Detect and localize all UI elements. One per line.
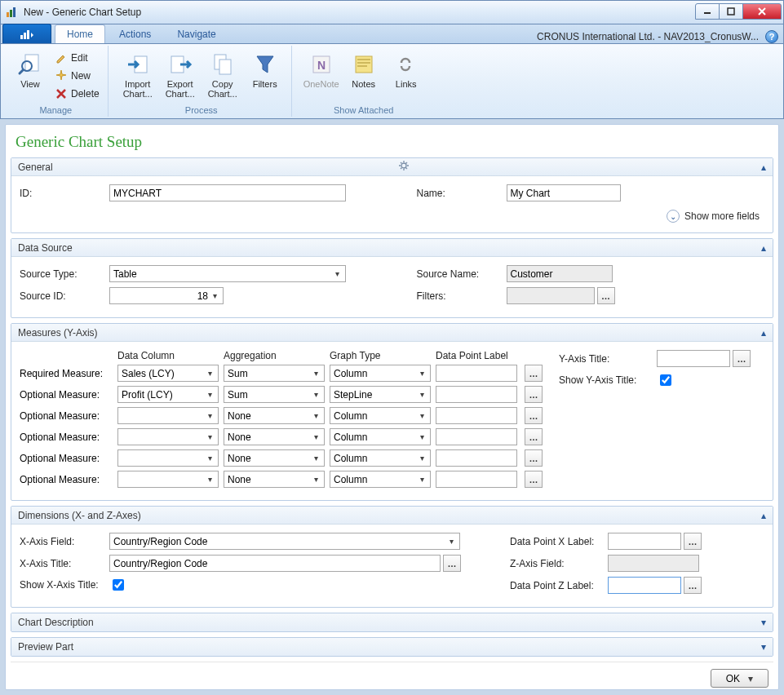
chevron-up-icon[interactable] xyxy=(761,510,766,521)
measure-row: Optional Measure:Profit (LCY)SumStepLine… xyxy=(20,386,543,403)
source-type-dropdown[interactable]: Table xyxy=(109,265,346,282)
maximize-button[interactable] xyxy=(719,3,743,20)
graph-type-dropdown[interactable]: Column xyxy=(330,407,431,424)
source-id-dropdown[interactable]: 18 xyxy=(109,287,224,304)
data-point-label-field[interactable] xyxy=(436,365,517,382)
tab-actions[interactable]: Actions xyxy=(107,24,163,43)
gear-icon[interactable] xyxy=(398,160,410,174)
aggregation-dropdown[interactable]: None xyxy=(224,428,325,445)
data-point-label-ellipsis-button[interactable]: … xyxy=(525,365,543,382)
data-point-label-ellipsis-button[interactable]: … xyxy=(525,471,543,488)
file-menu-button[interactable] xyxy=(2,24,51,43)
dpx-ellipsis-button[interactable]: … xyxy=(684,533,702,550)
aggregation-dropdown[interactable]: Sum xyxy=(224,386,325,403)
funnel-icon xyxy=(252,51,278,77)
tab-navigate[interactable]: Navigate xyxy=(165,24,228,43)
data-point-label-field[interactable] xyxy=(436,449,517,467)
chevron-down-icon[interactable] xyxy=(761,641,766,653)
ok-button[interactable]: OK▾ xyxy=(711,669,768,688)
links-button[interactable]: Links xyxy=(385,49,427,91)
yaxis-title-ellipsis-button[interactable]: … xyxy=(733,350,751,367)
chevron-down-icon xyxy=(310,431,322,443)
data-point-label-field[interactable] xyxy=(436,386,517,403)
data-point-label-ellipsis-button[interactable]: … xyxy=(525,407,543,424)
export-chart-button[interactable]: Export Chart... xyxy=(159,49,202,101)
show-more-fields-button[interactable]: ⌄Show more fields xyxy=(667,210,760,223)
copy-icon xyxy=(210,51,236,77)
tab-home[interactable]: Home xyxy=(55,24,105,43)
xaxis-title-ellipsis-button[interactable]: … xyxy=(443,555,461,572)
graph-type-dropdown[interactable]: Column xyxy=(330,365,431,382)
graph-type-dropdown[interactable]: Column xyxy=(330,471,431,488)
delete-button[interactable]: Delete xyxy=(51,85,103,103)
dpz-field[interactable] xyxy=(608,577,681,594)
data-column-dropdown[interactable] xyxy=(117,471,219,488)
chevron-up-icon[interactable] xyxy=(761,162,766,173)
source-type-label: Source Type: xyxy=(20,268,109,280)
measure-row-label: Optional Measure: xyxy=(20,453,117,464)
xaxis-title-field[interactable] xyxy=(109,555,441,572)
delete-x-icon xyxy=(55,87,68,100)
name-field[interactable] xyxy=(507,184,621,201)
notes-button[interactable]: Notes xyxy=(343,49,385,91)
chevron-up-icon[interactable] xyxy=(761,327,766,339)
onenote-button[interactable]: N OneNote xyxy=(300,49,343,91)
pencil-icon xyxy=(55,51,68,64)
fasttab-datasource: Data Source Source Type: Table Source ID… xyxy=(11,238,773,318)
chevron-down-icon xyxy=(416,367,428,379)
data-column-dropdown[interactable] xyxy=(117,407,219,424)
xaxis-field-dropdown[interactable]: Country/Region Code xyxy=(109,533,460,550)
fasttab-general-header[interactable]: General xyxy=(11,158,773,176)
chevron-down-icon[interactable] xyxy=(761,617,766,628)
aggregation-dropdown[interactable]: None xyxy=(224,471,325,488)
graph-type-dropdown[interactable]: Column xyxy=(330,428,431,445)
fasttab-preview-part-header[interactable]: Preview Part xyxy=(11,638,773,656)
chevron-down-icon xyxy=(310,388,322,401)
filters-button[interactable]: Filters xyxy=(244,49,286,91)
filters-label: Filters: xyxy=(417,290,507,302)
data-point-label-ellipsis-button[interactable]: … xyxy=(525,386,543,403)
data-column-dropdown[interactable] xyxy=(117,428,219,445)
measure-row: Optional Measure:NoneColumn… xyxy=(20,428,543,445)
aggregation-dropdown[interactable]: None xyxy=(224,449,325,467)
close-button[interactable] xyxy=(742,3,782,20)
graph-type-dropdown[interactable]: StepLine xyxy=(330,386,431,403)
fasttab-dimensions-header[interactable]: Dimensions (X- and Z-Axes) xyxy=(11,507,773,525)
aggregation-dropdown[interactable]: Sum xyxy=(224,365,325,382)
data-point-label-ellipsis-button[interactable]: … xyxy=(525,428,543,445)
graph-type-dropdown[interactable]: Column xyxy=(330,449,431,467)
copy-chart-button[interactable]: Copy Chart... xyxy=(202,49,244,101)
help-icon[interactable]: ? xyxy=(765,30,778,43)
edit-button[interactable]: Edit xyxy=(51,49,103,67)
import-chart-button[interactable]: Import Chart... xyxy=(117,49,159,101)
fasttab-datasource-header[interactable]: Data Source xyxy=(11,239,773,257)
chevron-up-icon[interactable] xyxy=(761,242,766,254)
data-point-label-field[interactable] xyxy=(436,428,517,445)
data-column-dropdown[interactable]: Sales (LCY) xyxy=(117,365,219,382)
show-xaxis-title-checkbox[interactable] xyxy=(113,579,124,591)
aggregation-dropdown[interactable]: None xyxy=(224,407,325,424)
new-button[interactable]: New xyxy=(51,67,103,85)
show-yaxis-title-checkbox[interactable] xyxy=(660,374,671,386)
data-column-dropdown[interactable] xyxy=(117,449,219,467)
fasttab-chart-description-header[interactable]: Chart Description xyxy=(11,613,773,631)
id-field[interactable] xyxy=(109,184,346,201)
dpz-ellipsis-button[interactable]: … xyxy=(684,577,702,594)
chevron-down-icon xyxy=(331,268,343,280)
data-point-label-ellipsis-button[interactable]: … xyxy=(525,449,543,467)
data-column-dropdown[interactable]: Profit (LCY) xyxy=(117,386,219,403)
measure-row-label: Optional Measure: xyxy=(20,389,117,401)
data-point-label-field[interactable] xyxy=(436,407,517,424)
yaxis-title-field[interactable] xyxy=(657,350,730,367)
view-button[interactable]: View xyxy=(9,49,51,91)
yaxis-title-label: Y-Axis Title: xyxy=(559,353,657,365)
data-point-label-field[interactable] xyxy=(436,471,517,488)
filters-ellipsis-button[interactable]: … xyxy=(597,287,615,304)
fasttab-measures-header[interactable]: Measures (Y-Axis) xyxy=(11,324,773,342)
minimize-button[interactable] xyxy=(695,3,720,20)
chevron-down-icon xyxy=(204,409,216,422)
col-header-aggregation: Aggregation xyxy=(224,350,325,361)
col-header-data-column: Data Column xyxy=(117,350,219,361)
dpx-field[interactable] xyxy=(608,533,681,550)
chevron-down-icon xyxy=(416,473,428,485)
